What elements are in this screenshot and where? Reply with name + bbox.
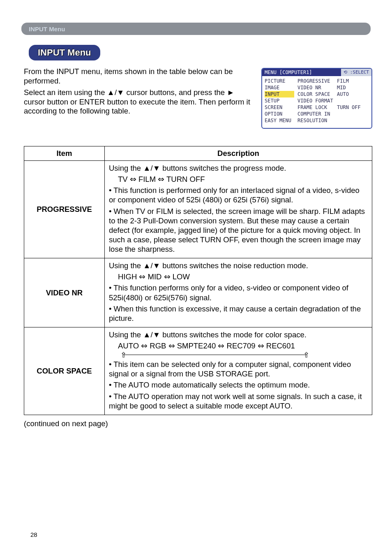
- osd-item-setup: SETUP: [265, 97, 294, 104]
- osd-item-screen: SCREEN: [265, 104, 294, 111]
- table-row: COLOR SPACE Using the ▲/▼ buttons switch…: [24, 327, 372, 415]
- osd-header-left: MENU [COMPUTER1]: [262, 69, 341, 76]
- item-video-nr: VIDEO NR: [24, 258, 105, 327]
- osd-item-image: IMAGE: [265, 84, 294, 91]
- table-row: PROGRESSIVE Using the ▲/▼ buttons switch…: [24, 161, 372, 258]
- osd-item-input: INPUT: [265, 91, 294, 97]
- osd-row-video-format: VIDEO FORMAT: [297, 97, 369, 104]
- intro-paragraph-1: From the INPUT menu, items shown in the …: [24, 67, 256, 86]
- osd-item-easy-menu: EASY MENU: [265, 117, 294, 124]
- desc-line: Using the ▲/▼ buttons switches the noise…: [109, 261, 368, 270]
- page-title-pill: INPUT Menu: [29, 45, 100, 60]
- desc-line: • When this function is excessive, it ma…: [109, 304, 368, 323]
- osd-item-picture: PICTURE: [265, 78, 294, 84]
- desc-line: • The AUTO operation may not work well a…: [109, 392, 368, 411]
- desc-options: HIGH ⇔ MID ⇔ LOW: [109, 272, 368, 281]
- osd-row-resolution: RESOLUTION: [297, 117, 369, 124]
- desc-line: • This function performs only for a vide…: [109, 283, 368, 302]
- osd-row-progressive: PROGRESSIVEFILM: [297, 78, 369, 84]
- osd-item-option: OPTION: [265, 111, 294, 117]
- arrow-up-icon: ⇧: [303, 350, 309, 360]
- settings-table: Item Description PROGRESSIVE Using the ▲…: [24, 146, 372, 415]
- page-number: 28: [30, 531, 37, 538]
- desc-line: Using the ▲/▼ buttons switches the progr…: [109, 163, 368, 173]
- osd-screenshot: MENU [COMPUTER1] ⟲ :SELECT PICTURE IMAGE…: [261, 68, 372, 129]
- item-color-space: COLOR SPACE: [24, 327, 105, 415]
- continued-note: (continued on next page): [24, 419, 392, 428]
- intro-paragraph-2: Select an item using the ▲/▼ cursor butt…: [24, 88, 256, 116]
- osd-row-color-space: COLOR SPACEAUTO: [297, 91, 369, 97]
- desc-line: • The AUTO mode automatically selects th…: [109, 380, 368, 390]
- desc-line: • When TV or FILM is selected, the scree…: [109, 207, 368, 254]
- desc-video-nr: Using the ▲/▼ buttons switches the noise…: [105, 258, 372, 327]
- loop-arrow-icon: ⇧ ⇧: [118, 351, 368, 359]
- col-header-item: Item: [24, 146, 105, 161]
- desc-color-space: Using the ▲/▼ buttons switches the mode …: [105, 327, 372, 415]
- osd-row-video-nr: VIDEO NRMID: [297, 84, 369, 91]
- desc-line: • This function is performed only for an…: [109, 186, 368, 204]
- col-header-description: Description: [105, 146, 372, 161]
- osd-right-column: PROGRESSIVEFILM VIDEO NRMID COLOR SPACEA…: [297, 78, 369, 124]
- desc-line: • This item can be selected only for a c…: [109, 360, 368, 378]
- page-title: INPUT Menu: [38, 47, 91, 58]
- desc-options: AUTO ⇔ RGB ⇔ SMPTE240 ⇔ REC709 ⇔ REC601: [109, 341, 368, 350]
- arrow-up-icon: ⇧: [120, 350, 127, 360]
- osd-header-right: ⟲ :SELECT: [341, 69, 371, 76]
- section-header-bar: INPUT Menu: [21, 23, 371, 35]
- osd-header: MENU [COMPUTER1] ⟲ :SELECT: [262, 69, 371, 76]
- intro-text-block: From the INPUT menu, items shown in the …: [24, 67, 261, 118]
- osd-row-computer-in: COMPUTER IN: [297, 111, 369, 117]
- osd-left-column: PICTURE IMAGE INPUT SETUP SCREEN OPTION …: [265, 78, 294, 124]
- table-row: VIDEO NR Using the ▲/▼ buttons switches …: [24, 258, 372, 327]
- item-progressive: PROGRESSIVE: [24, 161, 105, 258]
- desc-progressive: Using the ▲/▼ buttons switches the progr…: [105, 161, 372, 258]
- desc-line: Using the ▲/▼ buttons switches the mode …: [109, 330, 368, 339]
- section-header-label: INPUT Menu: [29, 26, 65, 32]
- osd-row-frame-lock: FRAME LOCKTURN OFF: [297, 104, 369, 111]
- desc-options: TV ⇔ FILM ⇔ TURN OFF: [109, 174, 368, 184]
